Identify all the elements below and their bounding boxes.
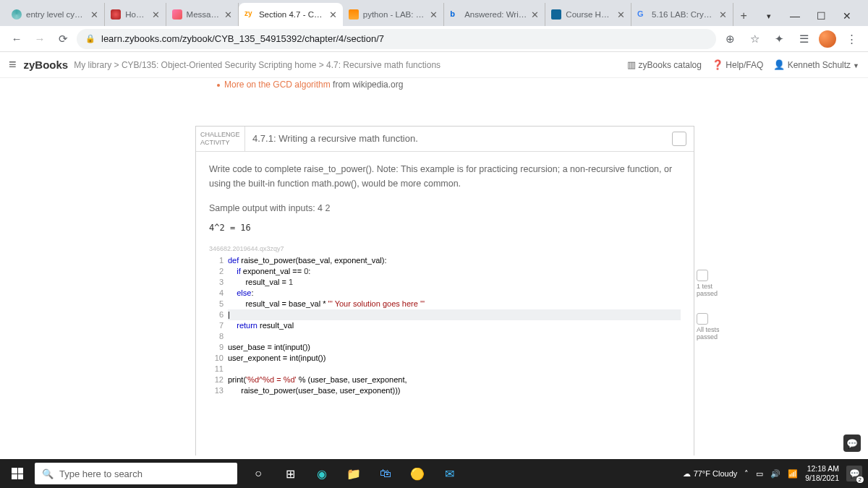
sample-output: 4^2 = 16 — [209, 221, 681, 235]
window-controls: ▾ — ☐ ✕ — [754, 10, 862, 26]
bartleby-icon: b — [450, 9, 460, 20]
start-button[interactable] — [0, 468, 35, 479]
store-icon[interactable]: 🛍 — [370, 459, 401, 488]
tab-entry-level-cyber[interactable]: entry level cyber ✕ — [6, 3, 105, 26]
gcd-wiki-link[interactable]: More on the GCD algorithm — [224, 80, 331, 90]
lock-icon: 🔒 — [85, 34, 95, 43]
book-icon: ▥ — [627, 59, 636, 70]
tab-message[interactable]: Message ✕ — [166, 3, 239, 26]
battery-icon[interactable]: ▭ — [756, 469, 763, 479]
bookmark-icon[interactable]: ☆ — [745, 30, 764, 48]
catalog-link[interactable]: ▥ zyBooks catalog — [627, 59, 702, 70]
extensions-icon[interactable]: ✦ — [770, 30, 788, 48]
help-icon: ❓ — [712, 59, 723, 70]
coursehero-icon — [551, 9, 561, 20]
challenge-activity-card: CHALLENGE ACTIVITY 4.7.1: Writing a recu… — [195, 126, 694, 455]
forward-button[interactable]: → — [30, 30, 49, 48]
code-editor[interactable]: 12345678910111213 def raise_to_power(bas… — [209, 255, 681, 396]
activity-description: Write code to complete raise_to_power().… — [209, 162, 681, 191]
minimize-button[interactable]: — — [788, 10, 801, 22]
zybooks-header: ≡ zyBooks My library > CYB/135: Object-O… — [0, 52, 868, 78]
close-icon[interactable]: ✕ — [531, 9, 539, 20]
tab-5-16-lab[interactable]: G 5.16 LAB: Crypto ✕ — [631, 3, 733, 26]
address-bar[interactable]: 🔒 learn.zybooks.com/zybook/CYB_135_54915… — [77, 29, 716, 49]
taskbar-search[interactable]: 🔍 Type here to search — [35, 463, 237, 484]
bullet-icon — [217, 84, 220, 87]
zoom-icon[interactable]: ⊕ — [720, 30, 739, 48]
windows-taskbar: 🔍 Type here to search ○ ⊞ ◉ 📁 🛍 🟡 ✉ ☁ 77… — [0, 459, 868, 488]
zybooks-logo[interactable]: zyBooks — [24, 59, 69, 71]
menu-hamburger-icon[interactable]: ≡ — [9, 57, 17, 72]
sample-output-label: Sample output with inputs: 4 2 — [209, 201, 681, 215]
tab-answered-writing[interactable]: b Answered: Writin ✕ — [444, 3, 545, 26]
new-tab-button[interactable]: + — [733, 6, 754, 26]
mail-icon[interactable]: ✉ — [434, 459, 464, 488]
close-icon[interactable]: ✕ — [719, 9, 727, 20]
tab-home[interactable]: Home ✕ — [105, 3, 166, 26]
completion-checkbox — [672, 132, 686, 146]
chrome-icon[interactable]: 🟡 — [402, 459, 433, 488]
line-gutter: 12345678910111213 — [209, 255, 228, 396]
globe-icon — [12, 9, 22, 20]
clock[interactable]: 12:18 AM 9/18/2021 — [805, 464, 839, 482]
windows-logo-icon — [12, 468, 23, 479]
edge-icon[interactable]: ◉ — [307, 459, 337, 488]
content-scroll[interactable]: More on the GCD algorithm from wikipedia… — [0, 78, 868, 455]
pinned-apps: ○ ⊞ ◉ 📁 🛍 🟡 ✉ — [243, 459, 464, 488]
wiki-suffix: from wikipedia.org — [331, 80, 404, 90]
feedback-button[interactable]: 💬 — [843, 435, 861, 452]
tab-strip: entry level cyber ✕ Home ✕ Message ✕ zy … — [0, 1, 754, 26]
cortana-icon[interactable]: ○ — [243, 459, 273, 488]
tab-section-4-7[interactable]: zy Section 4.7 - CYB ✕ — [239, 3, 343, 26]
close-window-button[interactable]: ✕ — [841, 10, 854, 22]
system-tray: ☁ 77°F Cloudy ˄ ▭ 🔊 📶 12:18 AM 9/18/2021… — [683, 464, 868, 482]
activity-type-badge: CHALLENGE ACTIVITY — [196, 127, 245, 151]
wifi-icon[interactable]: 📶 — [788, 469, 798, 479]
activity-hash: 346682.2019644.qx3zqy7 — [209, 245, 681, 252]
menu-icon[interactable]: ⋮ — [842, 30, 861, 48]
message-icon — [172, 9, 182, 20]
phoenix-icon — [111, 9, 121, 20]
tab-python-lab[interactable]: python - LAB: So ✕ — [343, 3, 444, 26]
volume-icon[interactable]: 🔊 — [770, 469, 780, 479]
activity-title: 4.7.1: Writing a recursive math function… — [245, 127, 665, 151]
maximize-button[interactable]: ☐ — [814, 10, 827, 22]
zybooks-icon: zy — [244, 9, 255, 20]
user-icon: 👤 — [773, 59, 785, 70]
breadcrumb[interactable]: My library > CYB/135: Object-Oriented Se… — [74, 60, 627, 70]
close-icon[interactable]: ✕ — [430, 9, 438, 20]
weather-widget[interactable]: ☁ 77°F Cloudy — [683, 469, 738, 479]
close-icon[interactable]: ✕ — [152, 9, 160, 20]
wiki-link-row: More on the GCD algorithm from wikipedia… — [217, 80, 868, 90]
close-icon[interactable]: ✕ — [90, 9, 98, 20]
close-icon[interactable]: ✕ — [617, 9, 625, 20]
code-lines[interactable]: def raise_to_power(base_val, exponent_va… — [228, 255, 681, 396]
user-menu[interactable]: 👤 Kenneth Schultz▼ — [773, 59, 859, 70]
cloud-icon: ☁ — [683, 469, 691, 479]
stackoverflow-icon — [349, 9, 359, 20]
toolbar: ← → ⟳ 🔒 learn.zybooks.com/zybook/CYB_135… — [0, 26, 868, 52]
close-icon[interactable]: ✕ — [224, 9, 232, 20]
test-indicators: 1 test passed All tests passed — [697, 270, 731, 356]
test-1-status-box — [697, 270, 708, 281]
reload-button[interactable]: ⟳ — [54, 30, 72, 48]
reading-list-icon[interactable]: ☰ — [794, 30, 813, 48]
test-all-status-box — [697, 313, 708, 325]
tab-course-hero[interactable]: Course Hero ✕ — [545, 3, 631, 26]
profile-avatar[interactable] — [819, 30, 836, 48]
google-icon: G — [637, 9, 647, 20]
explorer-icon[interactable]: 📁 — [339, 459, 369, 488]
close-icon[interactable]: ✕ — [329, 9, 337, 20]
search-icon: 🔍 — [42, 468, 54, 479]
back-button[interactable]: ← — [7, 30, 26, 48]
chevron-down-icon: ▼ — [853, 62, 859, 69]
url-text: learn.zybooks.com/zybook/CYB_135_5491539… — [101, 33, 384, 44]
task-view-icon[interactable]: ⊞ — [275, 459, 305, 488]
notifications-button[interactable]: 💬2 — [846, 466, 862, 481]
help-link[interactable]: ❓ Help/FAQ — [712, 59, 763, 70]
tray-chevron-icon[interactable]: ˄ — [744, 469, 749, 479]
browser-titlebar: entry level cyber ✕ Home ✕ Message ✕ zy … — [0, 0, 868, 26]
chevron-down-icon[interactable]: ▾ — [762, 12, 775, 21]
